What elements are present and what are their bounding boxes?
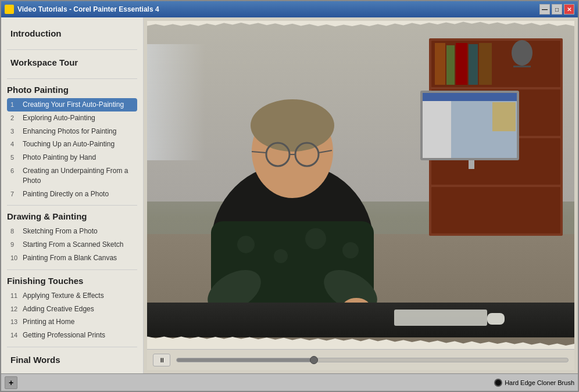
taskbar-left: + (5, 376, 17, 389)
window-title: Video Tutorials - Corel Painter Essentia… (17, 5, 159, 13)
brush-indicator: Hard Edge Cloner Brush (494, 379, 574, 387)
item-text-12: Adding Creative Edges (23, 304, 134, 314)
item-num-6: 6 (10, 167, 21, 175)
sidebar-item-3[interactable]: 3 Enhancing Photos for Painting (7, 125, 137, 138)
item-num-5: 5 (10, 153, 21, 162)
video-area: ⏸ (144, 17, 578, 373)
svg-rect-6 (446, 45, 455, 85)
divider-2 (7, 78, 137, 79)
sidebar-item-6[interactable]: 6 Creating an Underpainting From a Photo (7, 164, 137, 188)
item-num-8: 8 (10, 227, 21, 236)
section-label-workspace-tour: Workspace Tour (10, 56, 134, 69)
titlebar: Video Tutorials - Corel Painter Essentia… (1, 1, 578, 17)
item-num-2: 2 (10, 114, 21, 123)
item-text-3: Enhancing Photos for Painting (23, 127, 134, 136)
video-frame (147, 21, 574, 349)
item-text-13: Printing at Home (23, 317, 134, 327)
svg-point-21 (274, 249, 288, 263)
item-num-10: 10 (10, 254, 21, 262)
item-text-2: Exploring Auto-Painting (23, 113, 134, 123)
progress-handle[interactable] (310, 356, 318, 364)
section-label-final-words: Final Words (10, 354, 134, 366)
item-num-4: 4 (10, 140, 21, 149)
item-text-6: Creating an Underpainting From a Photo (23, 166, 134, 186)
svg-rect-15 (513, 66, 531, 67)
item-text-14: Getting Professional Prints (23, 330, 134, 340)
main-content: Introduction Workspace Tour Photo Painti… (1, 17, 578, 373)
brush-dot-icon (494, 379, 502, 387)
svg-rect-5 (435, 43, 445, 85)
item-num-1: 1 (10, 100, 21, 109)
item-text-1: Creating Your First Auto-Painting (23, 100, 134, 110)
item-num-7: 7 (10, 190, 21, 199)
item-num-11: 11 (10, 292, 21, 300)
minimize-button[interactable]: — (539, 4, 550, 15)
section-label-photo-painting: Photo Painting (7, 85, 137, 95)
item-num-14: 14 (10, 331, 21, 340)
video-controls: ⏸ (147, 349, 574, 370)
sidebar-item-5[interactable]: 5 Photo Painting by Hand (7, 151, 137, 164)
item-num-12: 12 (10, 305, 21, 314)
sidebar-item-11[interactable]: 11 Applying Texture & Effects (7, 289, 137, 303)
svg-rect-4 (431, 187, 560, 233)
progress-bar[interactable] (176, 358, 569, 362)
person-svg (176, 82, 409, 326)
item-text-5: Photo Painting by Hand (23, 153, 134, 163)
monitor (420, 91, 522, 166)
sidebar-item-7[interactable]: 7 Painting Directly on a Photo (7, 188, 137, 201)
brush-name-label: Hard Edge Cloner Brush (505, 379, 574, 386)
sidebar-item-12[interactable]: 12 Adding Creative Edges (7, 303, 137, 316)
item-num-3: 3 (10, 127, 21, 136)
sidebar-item-workspace-tour[interactable]: Workspace Tour (7, 55, 137, 74)
close-button[interactable]: ✕ (564, 4, 574, 15)
sidebar-item-1[interactable]: 1 Creating Your First Auto-Painting (7, 98, 137, 112)
svg-point-14 (512, 40, 532, 66)
desk (147, 303, 574, 337)
titlebar-left: Video Tutorials - Corel Painter Essentia… (5, 5, 159, 14)
svg-point-23 (342, 242, 359, 258)
item-num-13: 13 (10, 318, 21, 326)
sidebar: Introduction Workspace Tour Photo Painti… (1, 17, 144, 373)
section-label-drawing-painting: Drawing & Painting (7, 211, 137, 221)
maximize-button[interactable]: □ (552, 4, 562, 15)
progress-fill (177, 358, 314, 362)
video-container[interactable] (147, 21, 574, 349)
item-text-8: Sketching From a Photo (23, 226, 134, 236)
svg-rect-7 (456, 43, 467, 85)
svg-point-22 (305, 228, 326, 249)
taskbar-plus-button[interactable]: + (5, 376, 17, 389)
sidebar-item-10[interactable]: 10 Painting From a Blank Canvas (7, 251, 137, 265)
sidebar-item-8[interactable]: 8 Sketching From a Photo (7, 225, 137, 238)
divider-4 (7, 269, 137, 270)
sidebar-item-13[interactable]: 13 Printing at Home (7, 315, 137, 329)
taskbar: + Hard Edge Cloner Brush (1, 373, 578, 391)
taskbar-right: Hard Edge Cloner Brush (494, 379, 574, 387)
divider-1 (7, 49, 137, 50)
item-text-7: Painting Directly on a Photo (23, 189, 134, 199)
main-window: Video Tutorials - Corel Painter Essentia… (0, 0, 579, 392)
sidebar-item-2[interactable]: 2 Exploring Auto-Painting (7, 112, 137, 125)
sidebar-item-9[interactable]: 9 Starting From a Scanned Sketch (7, 238, 137, 251)
divider-3 (7, 205, 137, 206)
section-label-finishing-touches: Finishing Touches (7, 276, 137, 286)
svg-rect-9 (479, 43, 492, 85)
item-text-11: Applying Texture & Effects (23, 291, 134, 301)
sidebar-item-4[interactable]: 4 Touching Up an Auto-Painting (7, 138, 137, 151)
divider-5 (7, 347, 137, 347)
sidebar-item-introduction[interactable]: Introduction (7, 26, 137, 45)
item-num-9: 9 (10, 240, 21, 249)
svg-rect-8 (469, 44, 478, 85)
item-text-4: Touching Up an Auto-Painting (23, 139, 134, 149)
titlebar-buttons: — □ ✕ (539, 4, 574, 15)
svg-point-20 (237, 236, 255, 253)
sidebar-item-final-words[interactable]: Final Words (7, 352, 137, 371)
item-text-9: Starting From a Scanned Sketch (23, 240, 134, 250)
pause-button[interactable]: ⏸ (153, 354, 170, 366)
item-text-10: Painting From a Blank Canvas (23, 253, 134, 263)
sidebar-item-14[interactable]: 14 Getting Professional Prints (7, 329, 137, 342)
app-icon (5, 5, 14, 14)
svg-point-18 (251, 99, 334, 152)
section-label-introduction: Introduction (10, 27, 134, 39)
